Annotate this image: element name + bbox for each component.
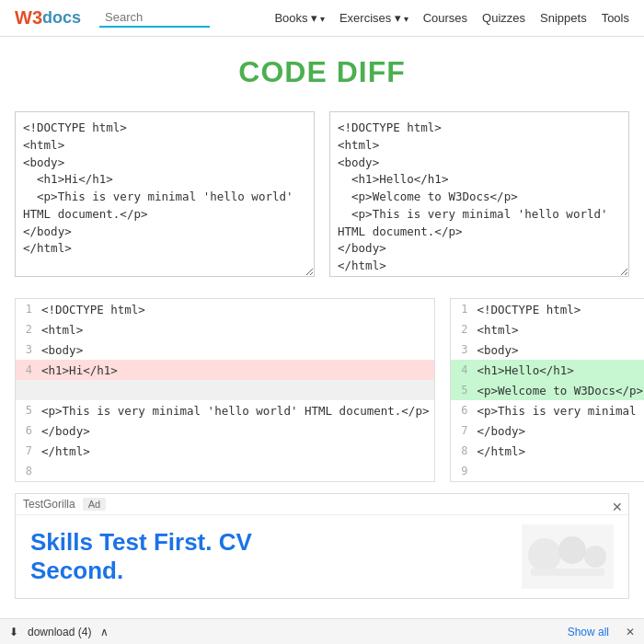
ad-text: Skills Test First. CV Second. (30, 528, 503, 585)
ad-illustration (526, 527, 609, 587)
diff-line: 6</body> (16, 420, 434, 441)
diff-line: 5<p>This is very minimal 'hello world' H… (16, 400, 434, 420)
diff-line: 4<h1>Hello</h1> (451, 360, 644, 380)
ad-visual (522, 524, 614, 589)
nav-courses[interactable]: Courses (423, 11, 467, 25)
diff-line-code: <!DOCTYPE html> (41, 303, 429, 316)
diff-line-number: 4 (456, 363, 477, 376)
diff-line: 7</html> (16, 441, 434, 461)
diff-panel-left: 1<!DOCTYPE html>2<html>3<body>4<h1>Hi</h… (15, 298, 435, 482)
svg-rect-3 (531, 569, 604, 576)
diff-line-number: 6 (456, 404, 477, 417)
diff-line-code: <body> (41, 343, 429, 357)
diff-line-number: 5 (456, 384, 477, 397)
nav-snippets[interactable]: Snippets (540, 11, 587, 25)
textarea-left[interactable]: <!DOCTYPE html> <html> <body> <h1>Hi</h1… (15, 111, 315, 277)
diff-line-number: 1 (21, 303, 41, 316)
diff-line-code: </body> (41, 424, 429, 438)
diff-output: 1<!DOCTYPE html>2<html>3<body>4<h1>Hi</h… (15, 298, 629, 482)
diff-line-code: <p>This is very minimal 'hello world' HT… (41, 404, 429, 418)
diff-line: 3<body> (16, 339, 434, 360)
ad-title-line2: Second. (30, 557, 503, 585)
diff-line-code: </html> (41, 444, 429, 458)
diff-line (16, 380, 434, 400)
nav-tools[interactable]: Tools (602, 11, 629, 25)
diff-line: 6<p>This is very minimal 'hello world' H… (451, 400, 644, 420)
textarea-right-wrap: <!DOCTYPE html> <html> <body> <h1>Hello<… (329, 111, 629, 280)
diff-line-number: 6 (21, 424, 41, 437)
diff-line-number: 2 (21, 323, 41, 336)
nav-exercises[interactable]: Exercises ▾ (339, 11, 408, 25)
svg-point-2 (584, 546, 606, 568)
diff-line-number: 3 (456, 343, 477, 356)
textarea-right[interactable]: <!DOCTYPE html> <html> <body> <h1>Hello<… (329, 111, 629, 277)
diff-line-number: 8 (21, 465, 41, 477)
diff-line-number: 7 (21, 444, 41, 457)
ad-close-button[interactable]: ✕ (612, 500, 623, 514)
ad-tag: TestGorilla (23, 498, 75, 511)
diff-line-number: 3 (21, 343, 41, 356)
diff-line-number: 4 (21, 363, 41, 376)
nav-quizzes[interactable]: Quizzes (482, 11, 525, 25)
diff-line-code: <h1>Hi</h1> (41, 363, 429, 377)
diff-line-number: 1 (456, 303, 477, 316)
diff-line: 8</html> (451, 441, 644, 461)
nav-books[interactable]: Books ▾ (274, 11, 325, 25)
ad-banner: TestGorilla Ad ✕ Skills Test First. CV S… (15, 493, 629, 599)
diff-line-code: <h1>Hello</h1> (477, 363, 644, 377)
ad-title-line1: Skills Test First. CV (30, 528, 503, 557)
diff-line-code: <body> (477, 343, 644, 357)
ad-badge: Ad (83, 498, 106, 511)
diff-line: 5<p>Welcome to W3Docs</p> (451, 380, 644, 400)
logo-docs: docs (42, 8, 81, 28)
diff-line: 3<body> (451, 339, 644, 360)
diff-line-number: 8 (456, 444, 477, 457)
diff-line: 7</body> (451, 420, 644, 441)
navbar: W3docs Books ▾ Exercises ▾ Courses Quizz… (0, 0, 644, 37)
diff-line: 9 (451, 461, 644, 481)
diff-line-number: 7 (456, 424, 477, 437)
diff-line-code: <p>This is very minimal 'hello world' HT… (477, 404, 644, 418)
search-box[interactable] (99, 8, 210, 28)
diff-line-code: <!DOCTYPE html> (477, 303, 644, 316)
diff-line-code: </html> (477, 444, 644, 458)
search-input[interactable] (99, 8, 210, 28)
diff-line-code: <p>Welcome to W3Docs</p> (477, 384, 644, 397)
main-content: CODE DIFF <!DOCTYPE html> <html> <body> … (0, 37, 644, 617)
textarea-left-wrap: <!DOCTYPE html> <html> <body> <h1>Hi</h1… (15, 111, 315, 280)
diff-line-number: 9 (456, 465, 477, 477)
diff-line-number: 2 (456, 323, 477, 336)
nav-links: Books ▾ Exercises ▾ Courses Quizzes Snip… (274, 11, 629, 25)
diff-line: 1<!DOCTYPE html> (16, 299, 434, 319)
diff-line: 8 (16, 461, 434, 481)
diff-line-code: <html> (41, 323, 429, 337)
logo[interactable]: W3docs (15, 7, 81, 29)
page-title: CODE DIFF (15, 55, 629, 89)
diff-line: 4<h1>Hi</h1> (16, 360, 434, 380)
diff-line-number: 5 (21, 404, 41, 417)
ad-content: Skills Test First. CV Second. (16, 515, 628, 598)
ad-topbar: TestGorilla Ad ✕ (16, 494, 628, 515)
svg-point-1 (558, 536, 586, 564)
diff-panel-right: 1<!DOCTYPE html>2<html>3<body>4<h1>Hello… (450, 298, 644, 482)
diff-line-code: <html> (477, 323, 644, 337)
diff-line: 2<html> (451, 319, 644, 339)
textarea-row: <!DOCTYPE html> <html> <body> <h1>Hi</h1… (15, 111, 629, 280)
svg-point-0 (528, 538, 561, 571)
diff-line-code: </body> (477, 424, 644, 438)
diff-line: 2<html> (16, 319, 434, 339)
logo-w3: W3 (15, 7, 42, 29)
diff-line: 1<!DOCTYPE html> (451, 299, 644, 319)
